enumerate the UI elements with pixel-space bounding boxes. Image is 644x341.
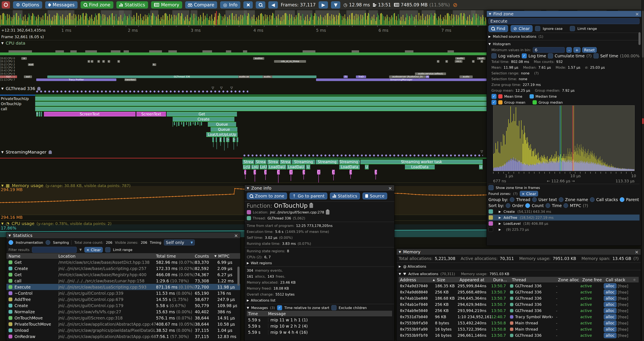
cpu-zone[interactable]: mi.t bbox=[455, 60, 462, 63]
log-time-checkbox[interactable]: ✓ bbox=[522, 53, 527, 59]
thread-stack-zone[interactable] bbox=[35, 96, 486, 101]
cpu-zone[interactable]: Tracy Profiler bbox=[36, 79, 116, 81]
cpu-zone[interactable]: StreamingManager bbox=[316, 79, 486, 81]
sortby-radio-count[interactable] bbox=[525, 203, 530, 208]
timeline-zone-tiny[interactable] bbox=[174, 122, 175, 125]
timing-dropdown[interactable]: Self only▼ bbox=[164, 239, 195, 245]
histogram-collapse-icon[interactable]: ▼ bbox=[488, 42, 491, 46]
find-zone-button[interactable]: Find zone bbox=[80, 1, 113, 9]
timeline-zone[interactable] bbox=[212, 137, 214, 142]
timeline-zone[interactable]: LoaULoiUpLoUp bbox=[206, 132, 238, 137]
message-row[interactable]: 5.59 s mip 9 w 4 h 4 (16) bbox=[247, 329, 392, 335]
expand-icon[interactable]: ▶ bbox=[499, 216, 501, 219]
clipboard-icon[interactable] bbox=[326, 210, 330, 215]
table-row[interactable]: Unload jni/../jni/src/claw/graphics/pixe… bbox=[6, 327, 240, 333]
reset-button[interactable]: Reset bbox=[582, 47, 597, 53]
table-row[interactable]: Normalize jni/../jni/src/claw/vfs/Vfs.cp… bbox=[6, 308, 240, 315]
timeline-zone[interactable]: Ci bbox=[317, 170, 320, 174]
cpu-zone[interactable]: c bbox=[480, 60, 483, 63]
groupby-radio-zone-name[interactable] bbox=[559, 197, 564, 202]
timeline-zone[interactable]: LcU bbox=[243, 165, 250, 169]
find-zone-histogram[interactable] bbox=[493, 105, 634, 171]
timeline-zone-tiny[interactable] bbox=[176, 122, 177, 126]
timeline-zone-tiny[interactable] bbox=[186, 122, 187, 125]
table-row[interactable]: OnRedraw jni/../jni/src/claw/application… bbox=[6, 333, 240, 339]
cpu-zone[interactable]: Ti bbox=[344, 76, 348, 78]
show-zone-time-checkbox[interactable] bbox=[488, 185, 494, 190]
alloc-button[interactable]: alloc bbox=[604, 314, 616, 320]
time-relative-checkbox[interactable]: ✓ bbox=[277, 305, 282, 310]
goto-frame-button[interactable]: ▼ bbox=[331, 1, 340, 9]
groupby-radio-parent[interactable] bbox=[620, 197, 624, 202]
timeline-zone[interactable]: LoadDaU bbox=[287, 165, 305, 169]
zone-marker[interactable]: ▽ bbox=[230, 86, 233, 90]
memory-row[interactable]: 0x74ab1ef040 256 KB 294,629,948ns 13:50.… bbox=[399, 301, 639, 307]
timeline-zone[interactable]: LoadData bbox=[339, 165, 360, 169]
cpu-zone[interactable]: c bbox=[98, 60, 100, 63]
table-row[interactable]: Execute jni/../jni/src/claw/base/LuaScri… bbox=[6, 284, 240, 290]
memory-button[interactable]: Memory bbox=[151, 1, 182, 9]
timeline-zone[interactable]: Streaming bbox=[316, 160, 338, 164]
timeline-zone[interactable]: Create bbox=[172, 117, 234, 122]
found-zone-row[interactable]: ▶ Create(54,131) 643.34 ms bbox=[488, 209, 640, 215]
timeline-zone[interactable] bbox=[39, 112, 40, 116]
plus-button[interactable]: + bbox=[574, 47, 580, 53]
cpu-zone[interactable]: audio.service (effect) bbox=[415, 73, 446, 75]
glthread-header[interactable]: ▼GLThread 336 bbox=[1, 86, 40, 91]
groupby-radio-call-stacks[interactable] bbox=[590, 197, 594, 202]
table-row[interactable]: Create jni/../jni/src/guif/Control.cpp:1… bbox=[6, 302, 240, 308]
memory-usage-header[interactable]: ▼▦ Memory usage (y-range: 30.88 KB, visi… bbox=[1, 183, 131, 188]
found-zone-row[interactable]: ▶ AddTree(18,542) 227.19 ms bbox=[488, 215, 640, 220]
timeline-zone-tiny[interactable] bbox=[201, 122, 202, 125]
timeline-zone[interactable]: U bbox=[306, 165, 310, 169]
zone-marker[interactable]: ▽ bbox=[480, 150, 483, 153]
statistics-title[interactable]: ▼Statistics × bbox=[6, 232, 240, 239]
cpu-zone[interactable]: audio bbox=[455, 57, 465, 60]
memory-row[interactable]: 0x7553b9fa90 16 bytes 153,722,396ns 13:5… bbox=[399, 326, 639, 332]
timeline-zone[interactable]: Ci bbox=[290, 170, 292, 174]
exclude-children-checkbox[interactable] bbox=[332, 305, 336, 310]
timeline-zone-tiny[interactable] bbox=[193, 122, 194, 124]
cpu-zone[interactable]: TraD bbox=[356, 76, 366, 78]
table-row[interactable]: PrivateTouchMove jni/../jni/src/claw/app… bbox=[6, 321, 240, 327]
tools-button[interactable] bbox=[243, 1, 253, 9]
thread-stack-zone[interactable] bbox=[35, 107, 486, 111]
timeline-zone[interactable]: Streaming worker task bbox=[360, 160, 483, 164]
timeline-zone-tiny[interactable] bbox=[188, 122, 189, 126]
alloc-button[interactable]: alloc bbox=[604, 302, 616, 307]
timeline-zone[interactable]: C bbox=[264, 170, 266, 174]
groupby-radio-user-text[interactable] bbox=[532, 197, 537, 202]
limit-range-checkbox[interactable] bbox=[105, 247, 110, 252]
cpu-zone[interactable]: audios bbox=[253, 57, 264, 60]
found-zone-row[interactable]: ▶ (9) 225.73 µs bbox=[488, 226, 640, 232]
messages-collapse-icon[interactable]: ▼ bbox=[247, 306, 249, 309]
timeline-zone[interactable] bbox=[41, 112, 42, 116]
table-row[interactable]: Get /mnt/e/claw/src/claw/base/Registry.h… bbox=[6, 271, 240, 278]
next-frame-button[interactable]: ▶ bbox=[318, 1, 328, 9]
timeline-zone[interactable]: C bbox=[350, 170, 352, 174]
sortby-radio-time[interactable] bbox=[546, 203, 550, 208]
found-clear-button[interactable]: ×Clear bbox=[520, 191, 538, 196]
cpu-zone[interactable]: aud bbox=[28, 63, 34, 66]
timeline-zone[interactable] bbox=[236, 137, 238, 142]
vertical-scrollbar[interactable] bbox=[642, 0, 644, 341]
table-row[interactable]: ~Control jni/../jni/src/guif/Control.cpp… bbox=[6, 290, 240, 296]
info-text[interactable]: ▶ bbox=[247, 298, 249, 302]
find-zone-search-input[interactable]: Execute bbox=[488, 18, 640, 24]
zoom-to-zone-button[interactable]: Zoom to zone bbox=[247, 193, 287, 199]
alloc-button[interactable]: alloc bbox=[604, 326, 616, 332]
close-icon[interactable]: × bbox=[635, 11, 639, 17]
cpu-zone[interactable]: audio. bbox=[262, 76, 272, 78]
table-row[interactable]: Create jni/../jni/src/claw/base/LuaScrip… bbox=[6, 265, 240, 271]
min-bin-input[interactable]: 6 bbox=[533, 47, 565, 53]
close-icon[interactable]: × bbox=[388, 186, 392, 191]
self-time-checkbox[interactable] bbox=[594, 53, 598, 59]
limit-range-checkbox[interactable] bbox=[570, 26, 575, 31]
found-zone-row[interactable]: ▶ LoadLevel(18) 406.88 µs bbox=[488, 220, 640, 226]
timeline-zone[interactable]: |~ bbox=[233, 137, 235, 142]
timeline-zone[interactable]: Streaming worker tas bbox=[339, 160, 360, 164]
memory-table-header[interactable]: Address▲ Size Appeared at Dura… Thread Z… bbox=[399, 277, 639, 283]
table-row[interactable]: AddTree jni/../jni/src/guif/Control.cpp:… bbox=[6, 296, 240, 302]
message-row[interactable]: 5.59 s mip 10 w 2 h 2 (4) bbox=[247, 323, 392, 329]
alloc-button[interactable]: alloc bbox=[604, 308, 616, 313]
